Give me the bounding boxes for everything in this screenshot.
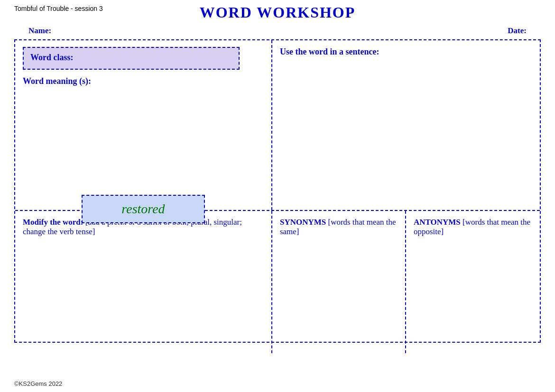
date-label: Date: [508, 26, 527, 36]
synonyms-section: SYNONYMS [words that mean the same] [272, 211, 406, 353]
word-class-box: Word class: [23, 47, 240, 70]
modify-title-bold: Modify the word: [23, 218, 83, 227]
center-word-container: restored [82, 195, 205, 223]
synonyms-title-bold: SYNONYMS [280, 218, 326, 227]
antonyms-section: ANTONYMS [words that mean the opposite] [406, 211, 540, 353]
modify-section: Modify the word: [add a prefix or a suff… [15, 211, 272, 353]
antonyms-title: ANTONYMS [words that mean the opposite] [414, 218, 532, 237]
synonyms-title: SYNONYMS [words that mean the same] [280, 218, 398, 237]
session-label: Tombful of Trouble - session 3 [14, 5, 103, 12]
word-meaning-content [23, 90, 264, 203]
center-word-box: restored [82, 195, 205, 223]
name-label: Name: [28, 26, 51, 36]
main-container: Word class: Word meaning (s): restored U… [14, 39, 541, 343]
antonyms-title-bold: ANTONYMS [414, 218, 461, 227]
copyright: ©KS2Gems 2022 [14, 380, 62, 387]
center-word-text: restored [121, 201, 165, 216]
word-meaning-label: Word meaning (s): [23, 76, 264, 86]
right-top-panel: Use the word in a sentence: [272, 40, 540, 210]
bottom-section: Modify the word: [add a prefix or a suff… [15, 211, 540, 353]
top-section: Word class: Word meaning (s): restored U… [15, 40, 540, 211]
left-top-panel: Word class: Word meaning (s): restored [15, 40, 272, 210]
name-date-row: Name: Date: [0, 21, 555, 39]
word-class-label: Word class: [30, 53, 74, 62]
use-sentence-label: Use the word in a sentence: [280, 47, 532, 57]
